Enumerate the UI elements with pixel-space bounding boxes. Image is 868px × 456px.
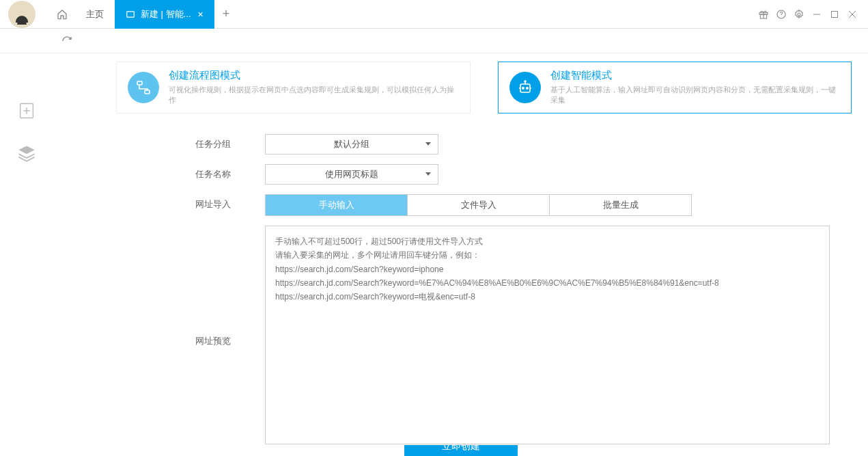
tab-new-task[interactable]: 新建 | 智能... × [115,0,214,29]
titlebar: 主页 新建 | 智能... × + [0,0,868,29]
app-logo [8,1,36,28]
home-icon[interactable] [49,9,75,20]
sidebar-new-icon[interactable] [17,101,36,120]
tab-manual-input[interactable]: 手动输入 [266,195,408,215]
svg-rect-13 [145,90,150,94]
group-select[interactable]: 默认分组 [265,134,438,155]
tab-file-import[interactable]: 文件导入 [408,195,550,215]
task-form: 任务分组 默认分组 任务名称 使用网页标题 网址导入 手动输入 [53,134,852,447]
gift-icon[interactable] [755,5,772,23]
mode-selector: 创建流程图模式 可视化操作规则，根据提示在网页中点选内容即可生成采集规则，可以模… [116,62,852,113]
maximize-button[interactable] [826,5,843,23]
name-value: 使用网页标题 [325,168,378,180]
svg-rect-0 [127,11,135,16]
create-button[interactable]: 立即创建 [404,445,518,456]
flowchart-icon [128,72,159,103]
mode-flowchart[interactable]: 创建流程图模式 可视化操作规则，根据提示在网页中点选内容即可生成采集规则，可以模… [116,62,471,113]
tab-label: 新建 | 智能... [141,8,191,21]
main-content: 创建流程图模式 可视化操作规则，根据提示在网页中点选内容即可生成采集规则，可以模… [53,53,868,456]
close-icon[interactable]: × [197,9,203,20]
url-bar [0,29,868,53]
url-input[interactable] [79,33,848,49]
svg-rect-6 [832,11,838,17]
mode-flowchart-title: 创建流程图模式 [169,69,459,82]
sidebar-stack-icon[interactable] [17,144,36,163]
tab-home[interactable]: 主页 [75,0,115,29]
svg-rect-12 [137,81,142,85]
mode-flowchart-desc: 可视化操作规则，根据提示在网页中点选内容即可生成采集规则，可以模拟任何人为操作 [169,85,459,106]
reload-icon[interactable] [61,36,72,46]
mode-smart-title: 创建智能模式 [550,69,841,82]
url-import-tabs: 手动输入 文件导入 批量生成 [265,194,692,216]
group-label: 任务分组 [53,134,265,150]
name-select[interactable]: 使用网页标题 [265,164,438,185]
chevron-down-icon [425,142,431,146]
chevron-down-icon [425,172,431,176]
svg-point-4 [798,13,800,16]
group-value: 默认分组 [334,138,369,150]
svg-point-15 [522,88,523,89]
mode-smart-desc: 基于人工智能算法，输入网址即可自动识别网页内容和分页，无需配置采集规则，一键采集 [550,85,841,106]
url-preview-label: 网址预览 [53,226,265,347]
robot-icon [509,72,541,103]
add-tab-button[interactable]: + [214,7,238,21]
help-icon[interactable] [772,5,790,23]
url-import-label: 网址导入 [53,194,265,211]
close-button[interactable] [843,5,861,23]
url-textarea[interactable] [265,226,830,444]
svg-point-16 [526,88,527,89]
window-controls [755,5,868,23]
sidebar [0,53,53,456]
minimize-button[interactable] [808,5,826,23]
name-label: 任务名称 [53,164,265,180]
mode-smart[interactable]: 创建智能模式 基于人工智能算法，输入网址即可自动识别网页内容和分页，无需配置采集… [498,62,852,113]
gear-icon[interactable] [790,5,808,23]
tab-batch-generate[interactable]: 批量生成 [550,195,691,215]
svg-point-18 [524,81,526,82]
